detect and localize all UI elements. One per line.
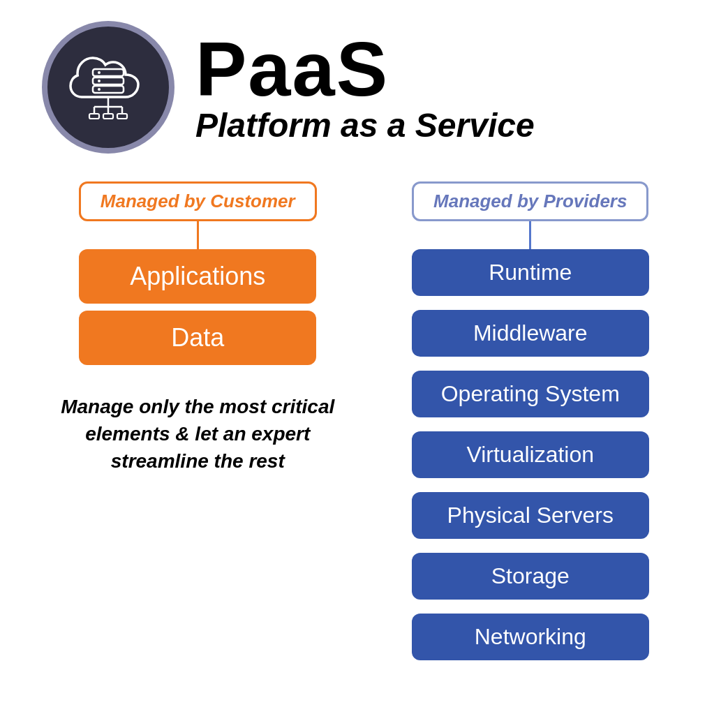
- page-container: PaaS Platform as a Service Managed by Cu…: [0, 0, 728, 728]
- right-column: Managed by Providers Runtime Middleware …: [375, 181, 687, 707]
- physical-servers-box: Physical Servers: [412, 492, 649, 539]
- managed-provider-label: Managed by Providers: [412, 181, 648, 221]
- svg-point-5: [98, 88, 101, 91]
- title-subtitle: Platform as a Service: [195, 107, 535, 144]
- cloud-server-icon: [66, 45, 150, 129]
- applications-box: Applications: [79, 249, 316, 304]
- svg-rect-2: [93, 69, 124, 76]
- blue-boxes-container: Runtime Middleware Operating System Virt…: [375, 249, 687, 667]
- middleware-box: Middleware: [412, 310, 649, 357]
- title-block: PaaS Platform as a Service: [195, 31, 535, 144]
- left-column: Managed by Customer Applications Data Ma…: [42, 181, 354, 707]
- data-box: Data: [79, 311, 316, 365]
- runtime-box: Runtime: [412, 249, 649, 296]
- main-content: Managed by Customer Applications Data Ma…: [28, 181, 700, 707]
- managed-customer-label: Managed by Customer: [79, 181, 317, 221]
- svg-rect-13: [117, 114, 127, 119]
- os-box: Operating System: [412, 371, 649, 417]
- networking-box: Networking: [412, 614, 649, 660]
- logo-circle: [42, 21, 174, 154]
- title-paas: PaaS: [195, 31, 535, 107]
- svg-point-4: [98, 80, 101, 82]
- svg-rect-11: [89, 114, 99, 119]
- left-connector-line: [197, 221, 199, 249]
- right-connector-line: [529, 221, 531, 249]
- svg-rect-1: [93, 86, 124, 93]
- svg-point-3: [98, 71, 101, 74]
- header: PaaS Platform as a Service: [28, 21, 700, 154]
- description-text: Manage only the most critical elements &…: [42, 393, 354, 475]
- virtualization-box: Virtualization: [412, 431, 649, 478]
- svg-rect-12: [103, 114, 113, 119]
- svg-rect-0: [93, 77, 124, 84]
- storage-box: Storage: [412, 553, 649, 600]
